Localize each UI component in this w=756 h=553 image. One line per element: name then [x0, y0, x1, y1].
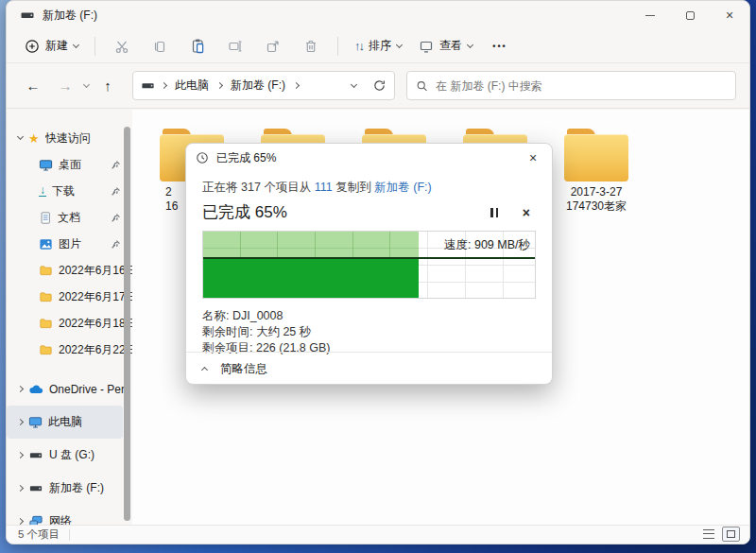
refresh-icon[interactable] — [372, 78, 387, 93]
view-toggles — [699, 527, 740, 542]
sidebar-gap — [7, 363, 132, 372]
delete-button[interactable] — [298, 33, 324, 60]
maximize-button[interactable] — [670, 1, 710, 29]
sidebar-item-label: 2022年6月16日 — [59, 263, 132, 279]
copy-prefix: 正在将 317 个项目从 — [202, 181, 311, 194]
dialog-close-button[interactable]: × — [514, 144, 552, 172]
new-button-label: 新建 — [45, 38, 68, 54]
pin-icon — [111, 213, 121, 223]
trash-icon — [303, 39, 318, 54]
minimize-button[interactable] — [630, 1, 670, 29]
breadcrumb[interactable]: 此电脑 新加卷 (F:) — [132, 71, 395, 100]
pause-button[interactable] — [490, 208, 497, 217]
cut-button[interactable] — [109, 33, 135, 60]
details-view-button[interactable] — [699, 527, 717, 542]
sidebar-item-label: 下载 — [52, 183, 105, 199]
chevron-right-icon[interactable] — [17, 452, 24, 458]
sidebar-item-quick-access[interactable]: ★ 快速访问 — [7, 125, 132, 151]
scissors-icon — [114, 39, 129, 54]
icons-view-button[interactable] — [722, 527, 740, 542]
cancel-copy-button[interactable]: × — [523, 208, 530, 217]
copy-source-link[interactable]: 111 — [315, 181, 333, 194]
detail-time-remaining: 剩余时间: 大约 25 秒 — [202, 324, 536, 340]
dialog-minimize-button[interactable] — [438, 144, 476, 172]
document-icon — [39, 211, 52, 225]
breadcrumb-separator-icon — [161, 82, 167, 89]
sidebar-item-label: 2022年6月22日 — [59, 342, 132, 358]
close-button[interactable]: × — [710, 1, 749, 29]
sidebar-item-new-volume[interactable]: 新加卷 (F:) — [7, 472, 132, 505]
status-divider — [69, 529, 70, 541]
chevron-up-icon — [201, 367, 208, 373]
breadcrumb-separator-icon — [216, 82, 223, 89]
sidebar-item-label: 桌面 — [59, 157, 105, 173]
chart-speed-line — [203, 257, 535, 259]
sidebar-item-folder-20220617[interactable]: 2022年6月17日 — [7, 284, 132, 310]
sidebar-item-label: 2022年6月17日 — [59, 289, 132, 305]
pictures-icon — [39, 237, 53, 251]
back-button[interactable]: ← — [20, 73, 46, 99]
plus-circle-icon — [25, 39, 40, 54]
sidebar-item-label: 快速访问 — [45, 130, 132, 147]
sidebar-item-network[interactable]: 网络 — [7, 505, 132, 525]
fewer-details-toggle[interactable]: 简略信息 — [202, 353, 552, 385]
folder-icon — [564, 129, 628, 181]
breadcrumb-this-pc[interactable]: 此电脑 — [173, 76, 211, 95]
recent-locations-chevron[interactable] — [83, 80, 90, 87]
sidebar-item-label: OneDrive - Pers — [49, 383, 132, 396]
search-icon — [416, 79, 428, 93]
chevron-right-icon[interactable] — [17, 518, 24, 525]
this-pc-icon — [28, 415, 43, 429]
sidebar-item-folder-20220622[interactable]: 2022年6月22日 — [7, 337, 132, 363]
sidebar-item-folder-20220616[interactable]: 2022年6月16日 — [7, 257, 132, 284]
sort-button[interactable]: ↑↓ 排序 — [346, 33, 410, 59]
sidebar-item-downloads[interactable]: ↓ 下载 — [7, 178, 132, 204]
sidebar-item-label: U 盘 (G:) — [49, 447, 132, 463]
copy-icon — [152, 39, 167, 54]
drive-icon — [28, 448, 43, 462]
sidebar-item-usb-drive[interactable]: U 盘 (G:) — [7, 439, 132, 472]
chart-completed-top-band — [203, 232, 419, 257]
sidebar-item-onedrive[interactable]: OneDrive - Pers — [7, 372, 132, 406]
chevron-right-icon[interactable] — [17, 419, 24, 425]
search-box[interactable] — [406, 71, 736, 100]
folder-label: 2017-3-27174730老家 — [551, 185, 642, 214]
toolbar-divider — [337, 37, 338, 56]
copy-progress-dialog: 已完成 65% × 正在将 317 个项目从 111 复制到 新加卷 (F:) … — [185, 143, 553, 385]
share-button[interactable] — [260, 33, 286, 60]
chevron-down-icon — [396, 41, 403, 47]
clock-icon — [196, 151, 209, 164]
breadcrumb-drive[interactable]: 新加卷 (F:) — [229, 76, 287, 95]
up-button[interactable]: ↑ — [94, 73, 121, 99]
search-input[interactable] — [436, 79, 727, 93]
chevron-down-icon[interactable] — [17, 133, 24, 140]
desktop: { "glyphs": { "back": "←", "forward": "→… — [0, 0, 756, 553]
dialog-maximize-button[interactable] — [476, 144, 514, 172]
rename-button[interactable] — [222, 33, 249, 60]
forward-button[interactable]: → — [52, 73, 78, 99]
command-toolbar: 新建 ↑↓ 排序 查看 — [7, 29, 749, 63]
folder-item[interactable]: 2017-3-27174730老家 — [551, 129, 642, 214]
sidebar-item-pictures[interactable]: 图片 — [7, 231, 132, 257]
title-bar: 新加卷 (F:) × — [7, 1, 749, 29]
address-dropdown-chevron[interactable] — [351, 80, 357, 87]
copy-button[interactable] — [146, 33, 173, 60]
view-button[interactable]: 查看 — [410, 33, 481, 59]
sidebar-scrollbar[interactable] — [124, 127, 130, 521]
chevron-right-icon[interactable] — [17, 485, 24, 492]
sidebar-item-this-pc[interactable]: 此电脑 — [7, 406, 123, 439]
folder-icon — [39, 264, 53, 277]
dialog-title: 已完成 65% — [216, 150, 276, 166]
more-options-button[interactable]: ••• — [487, 33, 513, 60]
sidebar-item-desktop[interactable]: 桌面 — [7, 151, 132, 178]
sidebar-item-label: 文档 — [58, 210, 105, 226]
copy-destination-link[interactable]: 新加卷 (F:) — [374, 181, 431, 194]
quick-access-star-icon: ★ — [28, 131, 40, 146]
sidebar-item-documents[interactable]: 文档 — [7, 204, 132, 231]
drive-icon — [28, 481, 43, 495]
new-button[interactable]: 新建 — [16, 33, 87, 59]
paste-button[interactable] — [184, 33, 211, 60]
chevron-right-icon[interactable] — [17, 386, 24, 392]
sidebar-item-label: 新加卷 (F:) — [49, 480, 132, 496]
sidebar-item-folder-20220618[interactable]: 2022年6月18日 — [7, 310, 132, 337]
